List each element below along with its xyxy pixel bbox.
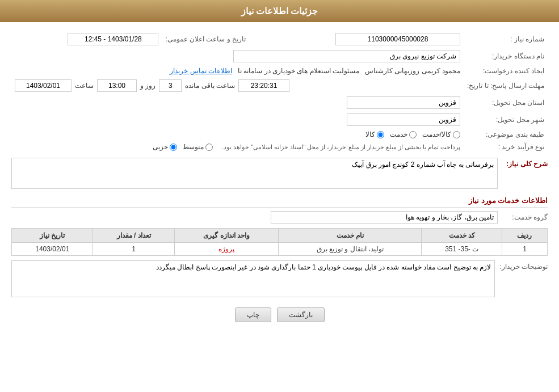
need-number-input bbox=[335, 33, 460, 45]
city-input bbox=[347, 113, 460, 126]
group-service-input bbox=[271, 211, 498, 224]
deadline-days-label: روز و bbox=[140, 82, 155, 90]
notes-label: توضیحات خریدار: bbox=[499, 260, 548, 271]
services-section-title: اطلاعات خدمات مورد نیاز bbox=[11, 196, 548, 208]
need-desc-textarea[interactable]: برفرسانی به چاه آب شماره 2 کوندج امور بر… bbox=[11, 158, 498, 189]
process-note: پرداخت تمام یا بخشی از مبلغ خریدار از مب… bbox=[222, 144, 460, 151]
deadline-days-input bbox=[159, 79, 182, 92]
table-row: 1 ت -35- 351 تولید، انتقال و توزیع برق پ… bbox=[12, 243, 548, 256]
page-title: جزئیات اطلاعات نیاز bbox=[0, 0, 559, 22]
need-number-label: شماره نیاز : bbox=[464, 31, 548, 48]
cell-quantity: 1 bbox=[93, 243, 174, 256]
col-row-num: ردیف bbox=[502, 229, 547, 243]
category-goods-option: کالا bbox=[365, 130, 384, 138]
creator-role: مسئولیت استعلام های خودیاری در سامانه تا bbox=[238, 67, 359, 75]
public-announce-label: تاریخ و ساعت اعلان عمومی: bbox=[162, 31, 249, 48]
deadline-remaining-label: ساعت باقی مانده bbox=[185, 82, 235, 90]
buyer-org-input bbox=[233, 50, 460, 62]
deadline-date-input bbox=[15, 79, 72, 92]
back-button[interactable]: بازگشت bbox=[277, 307, 325, 322]
public-announce-input bbox=[68, 33, 158, 45]
cell-unit: پروژه bbox=[174, 243, 279, 256]
process-partial-option: جزیی bbox=[153, 143, 177, 151]
category-label: طبقه بندی موضوعی: bbox=[464, 128, 548, 141]
category-service-option: خدمت bbox=[390, 130, 417, 138]
creator-contact-link[interactable]: اطلاعات تماس خریدار bbox=[170, 67, 232, 75]
category-service-radio[interactable] bbox=[409, 131, 417, 138]
category-goods-service-radio[interactable] bbox=[453, 131, 460, 138]
col-date: تاریخ نیاز bbox=[12, 229, 93, 243]
creator-label: ایجاد کننده درخواست: bbox=[464, 65, 548, 77]
group-service-label: گروه خدمت: bbox=[502, 213, 548, 221]
button-group: بازگشت چاپ bbox=[11, 307, 548, 322]
col-unit: واحد اندازه گیری bbox=[174, 229, 279, 243]
process-medium-radio[interactable] bbox=[205, 144, 213, 151]
province-input bbox=[347, 96, 460, 109]
cell-date: 1403/02/01 bbox=[12, 243, 93, 256]
deadline-time-label: ساعت bbox=[75, 82, 94, 90]
col-quantity: تعداد / مقدار bbox=[93, 229, 174, 243]
deadline-time-input bbox=[97, 79, 137, 92]
creator-name: محمود کریمی روزبهانی کارشناس bbox=[365, 67, 460, 75]
category-goods-service-option: کالا/خدمت bbox=[422, 130, 460, 138]
cell-service-code: ت -35- 351 bbox=[422, 243, 502, 256]
deadline-remaining-input bbox=[238, 79, 289, 92]
services-table: ردیف کد خدمت نام خدمت واحد اندازه گیری ت… bbox=[11, 228, 548, 256]
col-service-code: کد خدمت bbox=[422, 229, 502, 243]
buyer-org-label: نام دستگاه خریدار: bbox=[464, 48, 548, 65]
province-label: استان محل تحویل: bbox=[464, 94, 548, 111]
need-desc-label: شرح کلی نیاز: bbox=[502, 158, 548, 168]
deadline-label: مهلت ارسال پاسخ: تا تاریخ: bbox=[464, 77, 548, 94]
notes-textarea[interactable]: لازم به توضیح است مفاد خواسته شده در فای… bbox=[11, 260, 495, 297]
cell-row-num: 1 bbox=[502, 243, 547, 256]
col-service-name: نام خدمت bbox=[279, 229, 422, 243]
process-label: نوع فرآیند خرید : bbox=[464, 141, 548, 153]
process-partial-radio[interactable] bbox=[170, 144, 177, 151]
cell-service-name: تولید، انتقال و توزیع برق bbox=[279, 243, 422, 256]
print-button[interactable]: چاپ bbox=[235, 307, 271, 322]
city-label: شهر محل تحویل: bbox=[464, 111, 548, 128]
category-goods-radio[interactable] bbox=[377, 131, 384, 138]
process-medium-option: متوسط bbox=[183, 143, 213, 151]
